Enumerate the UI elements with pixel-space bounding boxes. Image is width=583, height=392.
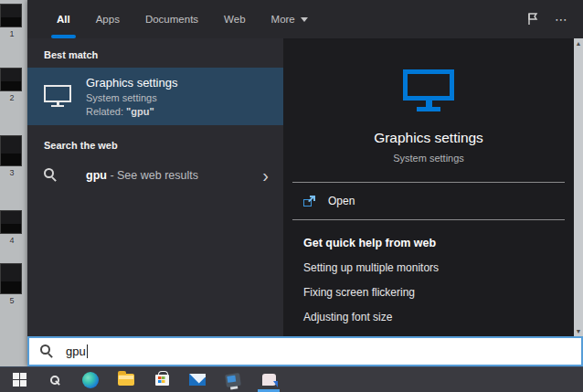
taskbar-device-app-button[interactable] [223,368,243,392]
search-web-header: Search the web [27,125,283,158]
rewards-icon[interactable] [525,12,540,26]
scroll-down-icon[interactable]: ▼ [576,328,582,334]
tab-label: Documents [145,14,198,25]
text-caret [87,344,88,358]
edge-browser-icon [82,372,99,388]
tab-label: All [57,14,70,25]
feedback-hub-icon [262,374,276,386]
taskbar-store-button[interactable] [152,368,172,392]
file-thumbnail-icon [0,68,22,91]
vertical-scrollbar[interactable]: ▲ ▼ [574,38,583,336]
scroll-up-icon[interactable]: ▲ [576,40,582,47]
desktop-icon-label: 2 [0,93,24,102]
tabbar-actions: ⋯ [525,12,583,26]
taskbar-search-button[interactable] [45,368,65,392]
taskbar-edge-button[interactable] [80,368,101,392]
tab-label: Apps [96,14,120,25]
taskbar-feedback-hub-button[interactable] [259,368,279,392]
taskbar [0,366,583,392]
file-thumbnail-icon [0,210,22,234]
result-icon-box [44,85,86,109]
desktop-shortcut[interactable]: 1 [0,4,27,38]
tab-label: Web [224,14,245,25]
help-link-screen-brightness[interactable]: Changing screen brightness [283,329,574,336]
tab-apps[interactable]: Apps [83,0,132,38]
search-flyout: All Apps Documents Web More [27,0,583,366]
start-button[interactable] [9,368,29,392]
preview-subtitle: System settings [283,153,574,164]
tab-list: All Apps Documents Web More [44,0,321,38]
open-action[interactable]: Open [283,183,574,219]
results-list-pane: Best match Graphics settings System sett… [27,38,283,336]
device-app-icon [225,372,241,387]
web-query: gpu [86,169,107,182]
web-result-text: gpu - See web results [86,169,198,182]
tab-documents[interactable]: Documents [132,0,211,38]
search-filter-tabbar: All Apps Documents Web More [27,0,583,38]
web-search-result[interactable]: gpu - See web results › [27,160,283,191]
chevron-down-icon [301,17,308,22]
help-link-screen-flickering[interactable]: Fixing screen flickering [283,280,574,304]
search-input[interactable]: gpu [27,336,583,366]
taskbar-file-explorer-button[interactable] [116,368,136,392]
desktop-shortcut[interactable]: 2 [0,68,27,102]
help-link-multiple-monitors[interactable]: Setting up multiple monitors [283,255,574,280]
desktop-shortcut[interactable]: 4 [0,210,27,245]
chevron-right-icon[interactable]: › [262,169,272,182]
more-options-icon[interactable]: ⋯ [555,15,568,24]
best-match-header: Best match [27,38,283,68]
file-thumbnail-icon [0,263,22,294]
search-results-area: Best match Graphics settings System sett… [27,38,583,336]
tab-more[interactable]: More [259,0,321,38]
open-label: Open [328,195,355,207]
search-query-text: gpu [66,344,86,358]
file-thumbnail-icon [0,4,22,27]
quick-help-header: Get quick help from web [283,220,574,255]
preview-hero: Graphics settings System settings [283,38,574,164]
desktop-icon-label: 4 [0,236,24,245]
tab-label: More [271,14,295,25]
best-match-result-graphics-settings[interactable]: Graphics settings System settings Relate… [27,68,283,125]
tab-web[interactable]: Web [211,0,258,38]
desktop-background: 1 2 3 4 5 [0,0,27,366]
desktop-icon-label: 5 [0,296,24,305]
monitor-icon [44,85,71,109]
active-app-indicator [258,389,280,392]
preview-title: Graphics settings [283,130,574,146]
desktop-icon-label: 1 [0,29,24,38]
result-subtitle: System settings [86,92,177,103]
tab-all[interactable]: All [44,0,83,38]
web-suffix: - See web results [107,169,198,182]
search-icon [40,344,55,359]
help-link-font-size[interactable]: Adjusting font size [283,304,574,329]
search-icon [44,168,58,183]
windows-logo-icon [13,373,26,387]
monitor-icon [403,69,454,111]
file-explorer-icon [118,374,134,386]
active-tab-indicator [51,35,76,38]
desktop-icon-label: 3 [0,168,24,177]
file-thumbnail-icon [0,135,22,166]
related-term: "gpu" [126,106,154,117]
mail-icon [189,374,206,386]
result-text: Graphics settings System settings Relate… [86,76,177,117]
windows-desktop: 1 2 3 4 5 All App [0,0,583,392]
result-related: Related: "gpu" [86,106,177,117]
result-preview-pane: Graphics settings System settings Open G… [283,38,583,336]
microsoft-store-icon [155,375,169,386]
result-title: Graphics settings [86,76,177,90]
desktop-shortcut[interactable]: 3 [0,135,27,177]
taskbar-mail-button[interactable] [187,368,207,392]
result-icon-box [44,168,86,183]
open-external-icon [303,196,315,207]
desktop-shortcut[interactable]: 5 [0,263,27,305]
